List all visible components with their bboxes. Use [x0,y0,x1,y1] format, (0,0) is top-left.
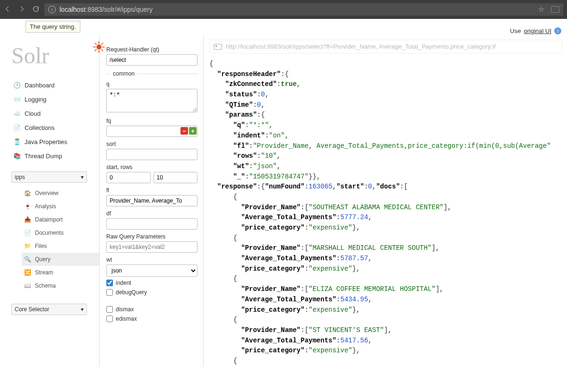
stream-icon: 🔀 [24,269,31,276]
sort-label: sort [106,141,198,147]
chevron-down-icon: ▾ [81,174,84,180]
book-icon: 📖 [24,282,31,290]
dismax-label: dismax [116,306,134,313]
stack-icon: 📚 [13,152,21,160]
subnav-overview[interactable]: 🏠Overview [22,187,99,200]
debugquery-label: debugQuery [116,289,147,296]
rows-input[interactable] [154,172,198,183]
fq-add-button[interactable]: + [189,127,197,135]
json-response: { "responseHeader":{ "zkConnected":true,… [209,59,562,366]
common-divider: common [106,70,198,77]
nav-java-properties[interactable]: 🫙Java Properties [11,135,99,149]
dismax-checkbox[interactable] [106,306,113,313]
page-icon: 📄 [13,124,21,131]
site-info-icon[interactable]: i [48,6,56,13]
browser-toolbar: i localhost:8983/solr/#/ipps/query ☆ [0,0,567,19]
start-input[interactable] [106,172,151,183]
nav-dashboard[interactable]: 🕐Dashboard [11,78,99,92]
inbox-icon: 📨 [13,95,21,103]
subnav-documents[interactable]: 📄Documents [22,226,99,239]
original-ui-anchor[interactable]: original UI [524,27,551,34]
df-label: df [106,210,198,217]
result-panel: http://localhost:8983/solr/ipps/select?f… [203,34,567,366]
raw-label: Raw Query Parameters [106,233,198,240]
indent-checkbox[interactable] [106,280,113,286]
search-icon: 🔍 [24,256,31,263]
core-select[interactable]: ipps▾ [11,171,87,183]
core-selector-dropdown[interactable]: Core Selector▾ [11,304,87,315]
df-input[interactable] [106,218,198,230]
home-icon: 🏠 [24,189,31,197]
back-icon[interactable] [4,5,11,14]
debugquery-checkbox[interactable] [106,289,113,296]
qt-label: Request-Handler (qt) [106,46,198,53]
cast-icon[interactable] [551,6,559,13]
wt-label: wt [106,256,198,263]
result-url-text: http://localhost:8983/solr/ipps/select?f… [226,43,496,50]
wt-select[interactable]: json [106,264,198,277]
subnav-analysis[interactable]: 🍷Analysis [22,200,99,213]
link-icon [214,44,222,50]
edismax-label: edismax [116,315,137,322]
folder-icon: 📁 [24,242,31,250]
import-icon: 📥 [24,216,31,223]
chevron-down-icon: ▾ [81,306,84,313]
raw-input[interactable] [106,241,198,253]
forward-icon[interactable] [18,5,26,14]
indent-label: indent [116,280,131,286]
fq-label: fq [106,118,198,124]
startrows-label: start, rows [106,164,198,170]
qt-input[interactable] [106,54,198,66]
nav-thread-dump[interactable]: 📚Thread Dump [11,149,99,163]
documents-icon: 📄 [24,229,31,237]
info-icon[interactable]: i [554,27,561,34]
subnav-query[interactable]: 🔍Query [22,253,99,266]
tooltip: The query string. [26,21,80,33]
cloud-icon: ☁️ [13,110,21,117]
query-form: Request-Handler (qt) common q fq − + sor… [99,34,203,366]
subnav-dataimport[interactable]: 📥Dataimport [22,213,99,226]
edismax-checkbox[interactable] [106,315,113,322]
nav-cloud[interactable]: ☁️Cloud [11,106,99,120]
fl-label: fl [106,187,198,194]
solr-logo: Solr☀ [11,43,99,68]
logo-burst-icon: ☀ [92,40,106,56]
fq-remove-button[interactable]: − [180,127,188,135]
subnav-files[interactable]: 📁Files [22,239,99,253]
reload-icon[interactable] [32,5,40,14]
fl-input[interactable] [106,195,198,206]
subnav-stream[interactable]: 🔀Stream [22,266,99,279]
url-text: localhost:8983/solr/#/ipps/query [60,6,153,13]
q-label: q [106,81,198,87]
sort-input[interactable] [106,149,198,160]
sidebar: Solr☀ 🕐Dashboard 📨Logging ☁️Cloud 📄Colle… [0,34,99,366]
address-bar[interactable]: i localhost:8983/solr/#/ipps/query ☆ [44,3,563,16]
original-ui-link: Use original UI i [510,27,561,34]
subnav-schema[interactable]: 📖Schema [22,279,99,292]
result-url-box[interactable]: http://localhost:8983/solr/ipps/select?f… [209,40,562,53]
funnel-icon: 🍷 [24,203,31,210]
gauge-icon: 🕐 [13,81,21,89]
bookmark-icon[interactable]: ☆ [538,5,544,14]
jar-icon: 🫙 [13,138,21,145]
nav-collections[interactable]: 📄Collections [11,120,99,135]
nav-logging[interactable]: 📨Logging [11,92,99,106]
q-input[interactable] [106,89,198,112]
